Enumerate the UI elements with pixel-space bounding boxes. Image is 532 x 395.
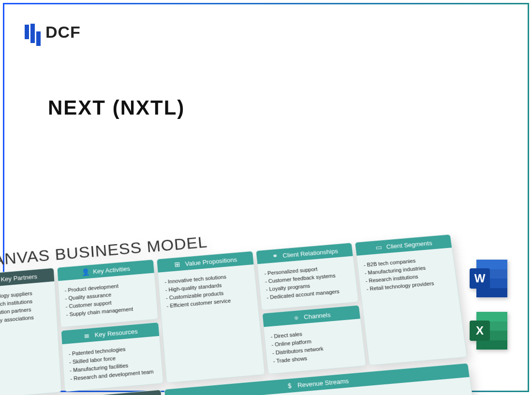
- logo-mark-icon: [25, 21, 41, 43]
- block-items: Product developmentQuality assuranceCust…: [58, 273, 158, 327]
- download-apps: W X: [470, 260, 507, 350]
- id-card-icon: ▭: [374, 243, 383, 251]
- network-icon: ⨳: [292, 313, 300, 322]
- block-items: Personalized supportCustomer feedback sy…: [257, 256, 358, 310]
- block-title: Client Relationships: [282, 247, 339, 259]
- block-value-propositions: ⊞Value Propositions Innovative tech solu…: [156, 251, 265, 383]
- word-icon[interactable]: W: [470, 260, 507, 297]
- brand-name: DCF: [45, 23, 81, 42]
- block-items: Innovative tech solutionsHigh-quality st…: [158, 264, 265, 382]
- block-items: Patented technologiesSkilled labor force…: [62, 336, 163, 392]
- database-icon: ≣: [83, 331, 91, 339]
- block-client-relationships: ⚭Client Relationships Personalized suppo…: [256, 243, 359, 310]
- block-channels: ⨳Channels Direct salesOnline platformDis…: [262, 305, 367, 375]
- brand-logo: DCF: [25, 21, 81, 43]
- block-key-activities: 👤Key Activities Product developmentQuali…: [57, 259, 159, 327]
- block-title: Value Propositions: [185, 256, 237, 267]
- block-key-resources: ≣Key Resources Patented technologiesSkil…: [61, 322, 163, 392]
- people-icon: ⚭: [271, 252, 280, 260]
- block-items: Direct salesOnline platformDistributors …: [264, 319, 366, 374]
- person-icon: 👤: [81, 268, 89, 276]
- block-title: Revenue Streams: [297, 377, 349, 389]
- money-icon: ＄: [285, 381, 294, 390]
- block-key-partners: ⇄Key Partners Technology suppliersResear…: [0, 268, 62, 395]
- block-client-segments: ▭Client Segments B2B tech companiesManuf…: [355, 234, 467, 366]
- canvas-preview: CANVAS BUSINESS MODEL ⇄Key Partners Tech…: [0, 254, 459, 395]
- excel-badge: X: [470, 321, 490, 341]
- block-title: Key Partners: [0, 273, 37, 283]
- block-title: Key Activities: [93, 265, 131, 275]
- list-item: Industry associations: [0, 313, 51, 324]
- page-title: NEXT (NXTL): [48, 96, 185, 119]
- excel-icon[interactable]: X: [470, 312, 507, 350]
- block-items: B2B tech companiesManufacturing industri…: [357, 248, 467, 365]
- block-items: Technology suppliersResearch institution…: [0, 281, 61, 395]
- block-title: Channels: [303, 311, 331, 321]
- word-badge: W: [470, 268, 490, 289]
- block-title: Client Segments: [386, 239, 432, 250]
- gift-icon: ⊞: [173, 260, 181, 268]
- block-title: Key Resources: [94, 327, 138, 338]
